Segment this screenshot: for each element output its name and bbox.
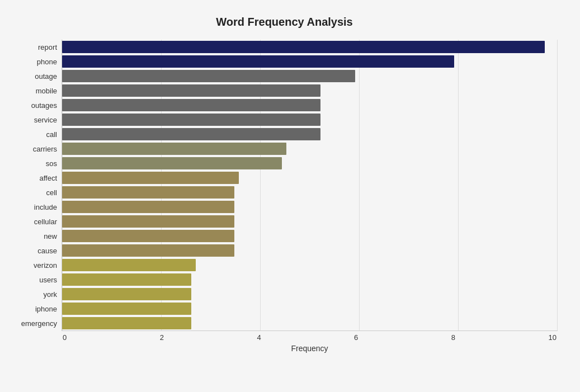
- bar: [62, 143, 286, 155]
- chart-title: Word Frequency Analysis: [11, 11, 558, 29]
- bar-row: [62, 112, 558, 127]
- bars-and-grid: [62, 40, 558, 331]
- x-axis-label: 8: [451, 333, 455, 342]
- bar-row: [62, 243, 558, 258]
- x-axis-label: 6: [354, 333, 358, 342]
- y-label: phone: [37, 58, 57, 65]
- x-axis-label: 4: [257, 333, 261, 342]
- bars-section: reportphoneoutagemobileoutagesservicecal…: [11, 40, 558, 331]
- y-label: cellular: [34, 218, 57, 225]
- y-label: outage: [35, 73, 57, 80]
- bar: [62, 215, 234, 228]
- y-label: york: [43, 291, 57, 298]
- x-axis-label: 10: [549, 333, 557, 342]
- bar-row: [62, 316, 558, 330]
- bar: [62, 259, 196, 271]
- bar-row: [62, 156, 558, 171]
- bar-row: [62, 214, 558, 229]
- bar: [62, 99, 320, 111]
- y-label: new: [44, 233, 57, 240]
- y-label: affect: [39, 174, 57, 182]
- bar-row: [62, 171, 558, 185]
- bar: [62, 55, 454, 68]
- bar-row: [62, 229, 558, 243]
- bar-row: [62, 83, 558, 98]
- y-label: service: [34, 116, 57, 124]
- bar-row: [62, 40, 558, 54]
- bar: [62, 230, 234, 242]
- bar-row: [62, 185, 558, 200]
- chart-area: reportphoneoutagemobileoutagesservicecal…: [11, 40, 558, 342]
- y-label: carriers: [33, 145, 57, 153]
- x-axis: 0246810: [62, 331, 558, 342]
- bar: [62, 201, 234, 213]
- bar-row: [62, 54, 558, 69]
- bar: [62, 114, 320, 126]
- x-axis-title: Frequency: [62, 344, 558, 353]
- bar: [62, 172, 239, 184]
- y-label: verizon: [34, 262, 57, 269]
- bar: [62, 288, 191, 300]
- bar: [62, 303, 191, 315]
- y-label: report: [38, 44, 57, 51]
- bar-row: [62, 301, 558, 316]
- y-label: include: [34, 204, 57, 211]
- y-label: cell: [46, 189, 57, 196]
- bar-row: [62, 287, 558, 301]
- x-axis-label: 0: [63, 333, 67, 342]
- bar-row: [62, 98, 558, 112]
- bar: [62, 41, 545, 53]
- x-axis-labels: 0246810: [62, 333, 558, 342]
- x-axis-label: 2: [160, 333, 164, 342]
- bar: [62, 84, 320, 97]
- bar: [62, 244, 234, 257]
- bar-row: [62, 258, 558, 272]
- bar-row: [62, 69, 558, 83]
- bar-row: [62, 272, 558, 287]
- bar-row: [62, 141, 558, 156]
- bar-row: [62, 200, 558, 214]
- chart-container: Word Frequency Analysis reportphoneoutag…: [0, 0, 580, 392]
- y-labels: reportphoneoutagemobileoutagesservicecal…: [11, 40, 62, 331]
- bar: [62, 157, 282, 169]
- y-label: call: [46, 131, 57, 138]
- bar: [62, 273, 191, 286]
- bar: [62, 128, 320, 140]
- y-label: outages: [31, 102, 57, 109]
- y-label: sos: [46, 160, 57, 167]
- bar-row: [62, 127, 558, 141]
- y-label: cause: [37, 247, 57, 254]
- bar: [62, 317, 191, 329]
- y-label: users: [39, 276, 57, 284]
- y-label: mobile: [36, 87, 57, 95]
- y-label: emergency: [21, 320, 57, 327]
- y-label: iphone: [35, 305, 57, 313]
- bar: [62, 70, 355, 82]
- bar: [62, 186, 234, 199]
